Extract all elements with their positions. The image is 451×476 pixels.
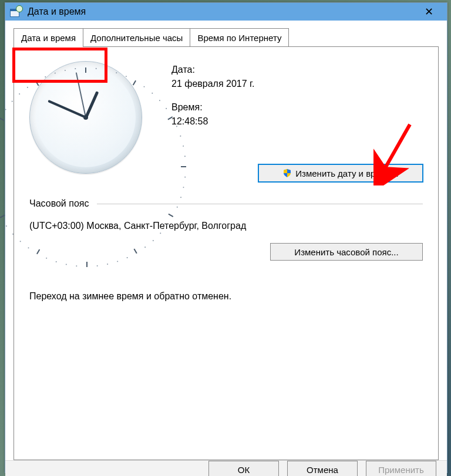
analog-clock: [29, 61, 153, 174]
change-date-time-button[interactable]: Изменить дату и время...: [258, 164, 423, 182]
tab-additional-clocks[interactable]: Дополнительные часы: [83, 28, 190, 47]
tab-date-time[interactable]: Дата и время: [14, 28, 83, 47]
dialog-footer: ОК Отмена Применить: [5, 460, 447, 476]
tab-page-date-time: Дата: 21 февраля 2017 г. Время: 12:48:58…: [14, 46, 439, 460]
window-title: Дата и время: [28, 6, 415, 17]
ok-button[interactable]: ОК: [208, 461, 279, 476]
change-timezone-label: Изменить часовой пояс...: [294, 247, 398, 257]
change-date-time-label: Изменить дату и время...: [295, 168, 398, 178]
timezone-value: (UTC+03:00) Москва, Санкт-Петербург, Вол…: [29, 221, 423, 231]
date-time-info: Дата: 21 февраля 2017 г. Время: 12:48:58: [153, 61, 254, 174]
date-time-dialog: Дата и время ✕ Дата и время Дополнительн…: [5, 2, 447, 473]
tab-internet-time[interactable]: Время по Интернету: [190, 28, 289, 47]
timezone-header-label: Часовой пояс: [29, 198, 89, 209]
client-area: Дата и время Дополнительные часы Время п…: [5, 21, 447, 460]
uac-shield-icon: [282, 168, 292, 178]
titlebar[interactable]: Дата и время ✕: [5, 3, 447, 21]
time-label: Время:: [171, 102, 254, 113]
tab-bar: Дата и время Дополнительные часы Время п…: [14, 28, 439, 46]
date-time-icon: [10, 6, 22, 17]
change-timezone-button[interactable]: Изменить часовой пояс...: [270, 243, 423, 261]
cancel-button[interactable]: Отмена: [287, 461, 358, 476]
date-label: Дата:: [171, 65, 254, 75]
date-value: 21 февраля 2017 г.: [171, 79, 254, 89]
divider: [97, 204, 423, 204]
time-value: 12:48:58: [171, 116, 254, 127]
apply-button[interactable]: Применить: [366, 461, 436, 476]
dst-notice: Переход на зимнее время и обратно отмене…: [29, 291, 423, 302]
close-button[interactable]: ✕: [415, 3, 442, 21]
timezone-section-header: Часовой пояс: [29, 198, 423, 209]
